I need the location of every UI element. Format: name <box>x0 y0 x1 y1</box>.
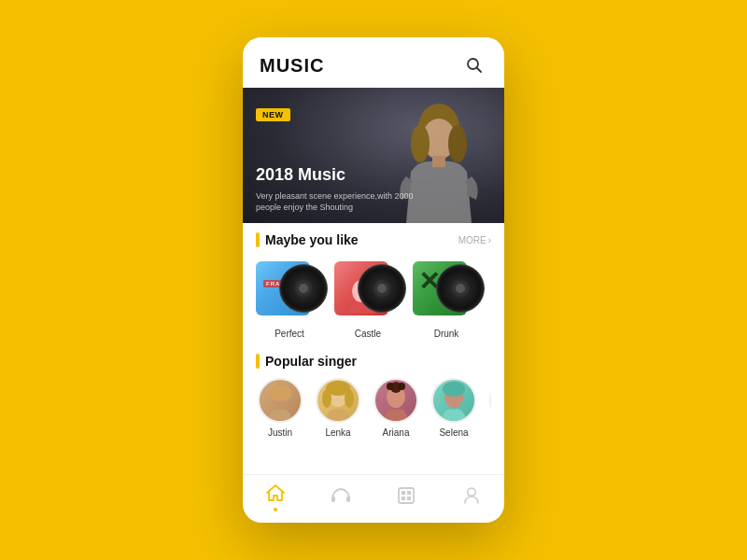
singer-card-ariana[interactable]: Ariana <box>372 378 420 438</box>
vinyl-castle <box>358 264 406 313</box>
album-art-perfect: FRANK <box>256 257 323 324</box>
vinyl-perfect <box>279 264 328 313</box>
hero-badge: NEW <box>256 108 290 121</box>
hero-title: 2018 Music <box>256 165 345 186</box>
svg-rect-23 <box>399 488 414 503</box>
album-art-castle <box>334 257 402 324</box>
home-icon <box>266 484 285 506</box>
svg-point-16 <box>387 383 394 390</box>
music-card-castle[interactable]: Castle <box>334 257 402 339</box>
avatar-lenka <box>316 378 360 423</box>
media-icon <box>398 487 415 509</box>
avatar-selena <box>431 378 476 423</box>
popular-singer-title: Popular singer <box>265 354 357 369</box>
singer-card-partial[interactable]: A... <box>487 378 491 438</box>
svg-rect-21 <box>331 497 335 502</box>
search-icon <box>466 57 483 74</box>
music-label-drunk: Drunk <box>434 329 459 339</box>
album-art-drunk: ✕ <box>413 257 480 324</box>
section-accent-singer <box>256 354 260 369</box>
singer-name-ariana: Ariana <box>383 427 410 438</box>
avatar-ariana <box>374 378 418 423</box>
search-button[interactable] <box>461 52 487 78</box>
popular-singer-section: Popular singer Justin <box>243 344 504 443</box>
singer-name-selena: Selena <box>439 427 468 438</box>
svg-rect-24 <box>402 491 405 495</box>
svg-point-5 <box>448 125 467 162</box>
svg-point-13 <box>345 389 354 408</box>
music-list: FRANK Perfect Castle <box>256 257 491 339</box>
nav-item-profile[interactable] <box>439 484 504 511</box>
bottom-nav <box>243 474 504 523</box>
nav-item-home[interactable] <box>243 484 308 511</box>
phone-card: MUSIC <box>243 37 504 523</box>
section-accent <box>256 232 260 247</box>
avatar-justin <box>258 378 303 423</box>
hero-description: Very pleasant scene experience,with 2000… <box>256 190 430 214</box>
svg-rect-27 <box>407 497 411 500</box>
nav-dot-home <box>274 508 277 511</box>
singer-list: Justin Lenka <box>256 378 491 438</box>
music-card-drunk[interactable]: ✕ Drunk <box>413 257 480 339</box>
singer-name-lenka: Lenka <box>325 427 350 438</box>
svg-line-1 <box>477 68 482 73</box>
singer-card-lenka[interactable]: Lenka <box>314 378 362 438</box>
singer-card-selena[interactable]: Selena <box>430 378 478 438</box>
headphones-icon <box>331 487 351 509</box>
nav-item-headphones[interactable] <box>308 484 374 511</box>
svg-point-12 <box>322 389 331 408</box>
music-card-perfect[interactable]: FRANK Perfect <box>256 257 323 339</box>
hero-banner[interactable]: NEW 2018 Music Very pleasant scene exper… <box>243 88 504 223</box>
section-title-wrap-singer: Popular singer <box>256 354 357 369</box>
more-button[interactable]: MORE › <box>458 235 491 245</box>
avatar-partial <box>489 378 491 423</box>
maybe-you-like-title: Maybe you like <box>265 232 359 247</box>
singer-card-justin[interactable]: Justin <box>256 378 304 438</box>
profile-icon <box>463 487 480 509</box>
nav-item-media[interactable] <box>374 484 439 511</box>
page-title: MUSIC <box>260 55 324 77</box>
svg-rect-25 <box>407 491 411 495</box>
music-label-castle: Castle <box>355 329 381 339</box>
svg-point-19 <box>443 382 465 397</box>
maybe-you-like-section: Maybe you like MORE › FRANK Perfect <box>243 223 504 344</box>
svg-point-4 <box>411 125 430 162</box>
svg-rect-26 <box>402 497 405 500</box>
header: MUSIC <box>243 37 504 88</box>
singer-name-justin: Justin <box>268 427 292 438</box>
svg-rect-22 <box>346 497 350 502</box>
section-header-singer: Popular singer <box>256 354 491 369</box>
music-label-perfect: Perfect <box>275 329 304 339</box>
vinyl-drunk <box>436 264 485 313</box>
svg-point-17 <box>398 383 405 390</box>
section-header-maybe: Maybe you like MORE › <box>256 232 491 247</box>
svg-rect-6 <box>432 156 445 167</box>
section-title-wrap: Maybe you like <box>256 232 359 247</box>
svg-point-9 <box>269 385 291 401</box>
